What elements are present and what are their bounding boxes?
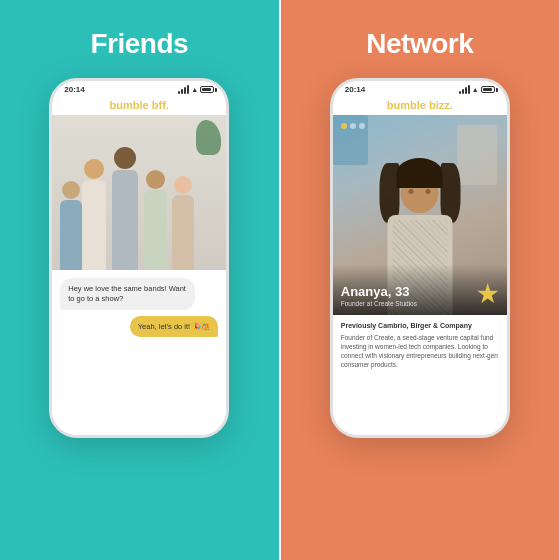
app-name-right: bumble bizz. xyxy=(387,99,453,111)
network-panel: Network 20:14 ▲ bumble bizz. xyxy=(281,0,560,560)
hair-top xyxy=(397,158,443,188)
friends-panel: Friends 20:14 ▲ bumble bff. xyxy=(0,0,279,560)
profile-subtitle: Previously Cambrio, Birger & Company xyxy=(341,321,499,331)
friends-phone: 20:14 ▲ bumble bff. xyxy=(49,78,229,438)
received-bubble: Hey we love the same bands! Want to go t… xyxy=(60,278,194,310)
dot-active xyxy=(341,123,347,129)
hair-right xyxy=(440,163,460,223)
status-bar-right: 20:14 ▲ xyxy=(333,81,507,96)
status-icons-right: ▲ xyxy=(459,86,495,94)
battery-icon-right xyxy=(481,86,495,93)
dot-2 xyxy=(359,123,365,129)
dot-1 xyxy=(350,123,356,129)
wifi-icon: ▲ xyxy=(191,86,198,93)
battery-icon xyxy=(200,86,214,93)
chat-area: Hey we love the same bands! Want to go t… xyxy=(52,270,226,435)
profile-overlay: Ananya, 33 Founder at Create Studios xyxy=(333,264,507,315)
person-5 xyxy=(172,176,194,270)
profile-info: Previously Cambrio, Birger & Company Fou… xyxy=(333,315,507,435)
person-2 xyxy=(82,159,106,270)
head-1 xyxy=(62,181,80,199)
eye-right xyxy=(426,189,431,194)
sent-bubble: Yeah, let's do it! 🎉🎊 xyxy=(130,316,219,338)
friends-title: Friends xyxy=(90,28,188,60)
received-text: Hey we love the same bands! Want to go t… xyxy=(68,284,186,303)
sent-text: Yeah, let's do it! 🎉🎊 xyxy=(138,322,211,331)
signal-icon xyxy=(178,86,189,94)
profile-photo-bg: Ananya, 33 Founder at Create Studios xyxy=(333,115,507,315)
profile-title: Founder at Create Studios xyxy=(341,300,499,307)
head-3 xyxy=(114,147,136,169)
body-3 xyxy=(112,170,138,270)
body-4 xyxy=(144,190,167,270)
person-3 xyxy=(112,147,138,270)
profile-name: Ananya, 33 xyxy=(341,284,499,299)
body-5 xyxy=(172,195,194,270)
office-bg xyxy=(457,125,497,185)
profile-bio: Founder of Create, a seed-stage venture … xyxy=(341,333,499,369)
status-icons-left: ▲ xyxy=(178,86,214,94)
app-header-left: bumble bff. xyxy=(52,96,226,115)
network-phone: 20:14 ▲ bumble bizz. xyxy=(330,78,510,438)
app-header-right: bumble bizz. xyxy=(333,96,507,115)
wifi-icon-right: ▲ xyxy=(472,86,479,93)
network-title: Network xyxy=(366,28,473,60)
body-1 xyxy=(60,200,82,270)
friends-photo-bg xyxy=(52,115,226,270)
friends-photo xyxy=(52,115,226,270)
head-5 xyxy=(174,176,192,194)
person-4 xyxy=(144,170,167,270)
person-1 xyxy=(60,181,82,270)
eye-left xyxy=(409,189,414,194)
app-name-left: bumble bff. xyxy=(110,99,169,111)
body-2 xyxy=(82,180,106,270)
status-time-left: 20:14 xyxy=(64,85,84,94)
dots-indicator xyxy=(341,123,365,129)
signal-icon-right xyxy=(459,86,470,94)
head-4 xyxy=(146,170,165,189)
profile-photo: Ananya, 33 Founder at Create Studios xyxy=(333,115,507,315)
status-bar-left: 20:14 ▲ xyxy=(52,81,226,96)
status-time-right: 20:14 xyxy=(345,85,365,94)
head-2 xyxy=(84,159,104,179)
